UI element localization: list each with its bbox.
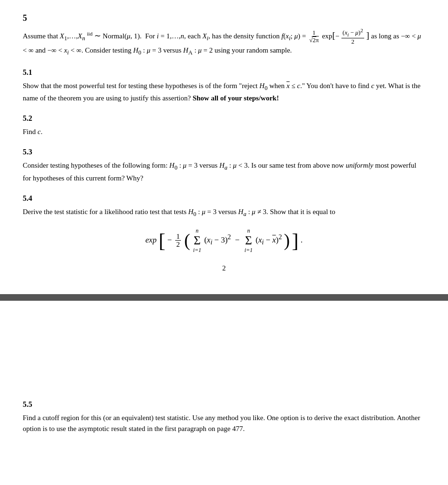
section-55-text: Find a cutoff region for this (or an equ… <box>23 413 425 435</box>
section-51-text: Show that the most powerful test for tes… <box>23 81 425 104</box>
section-52-text: Find c. <box>23 126 425 137</box>
section-53-text: Consider testing hypotheses of the follo… <box>23 160 425 184</box>
page-top: 5 Assume that X1,…,Xn iid ∼ Normal(μ, 1)… <box>0 0 448 286</box>
section-54-text: Derive the test statistic for a likeliho… <box>23 207 425 219</box>
section-53-label: 5.3 <box>23 148 425 156</box>
section-54-label: 5.4 <box>23 194 425 203</box>
section-51-label: 5.1 <box>23 68 425 77</box>
section-divider <box>0 294 448 301</box>
section-52-label: 5.2 <box>23 114 425 123</box>
section-55-label: 5.5 <box>23 400 425 409</box>
problem-number: 5 <box>23 13 425 23</box>
page-bottom: 5.5 Find a cutoff region for this (or an… <box>0 301 448 447</box>
page-number: 2 <box>23 264 425 272</box>
problem-intro: Assume that X1,…,Xn iid ∼ Normal(μ, 1). … <box>23 28 425 58</box>
math-display-54: exp [ − 1 2 ( n Σ i=1 (xi − 3)2 − n Σ i=… <box>23 227 425 253</box>
